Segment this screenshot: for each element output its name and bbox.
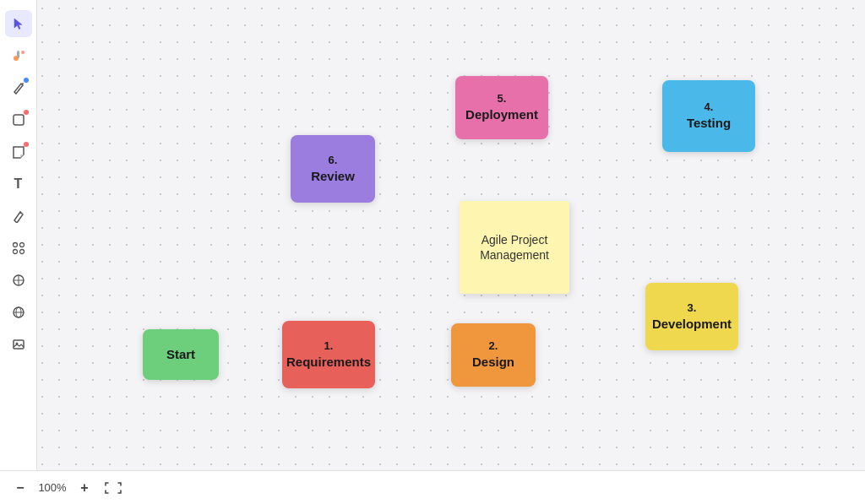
tool-eraser[interactable] bbox=[5, 203, 32, 230]
tool-image[interactable] bbox=[5, 331, 32, 358]
zoom-in-button[interactable]: + bbox=[74, 478, 95, 498]
svg-point-6 bbox=[13, 250, 17, 254]
node-review[interactable]: 6. Review bbox=[291, 135, 375, 203]
tool-paint[interactable] bbox=[5, 42, 32, 69]
node-start[interactable]: Start bbox=[143, 329, 219, 380]
tool-sticky[interactable] bbox=[5, 138, 32, 165]
svg-point-5 bbox=[19, 243, 24, 247]
zoom-out-button[interactable]: − bbox=[10, 478, 30, 498]
node-sticky-agile[interactable]: Agile Project Management bbox=[460, 201, 569, 294]
svg-point-4 bbox=[13, 243, 17, 247]
node-design[interactable]: 2. Design bbox=[451, 323, 536, 387]
fit-view-button[interactable] bbox=[101, 480, 125, 496]
bottom-toolbar: − 100% + bbox=[0, 470, 865, 504]
tool-components[interactable] bbox=[5, 235, 32, 262]
main-canvas[interactable]: Start 1. Requirements 2. Design 3. Devel… bbox=[37, 0, 865, 470]
svg-rect-1 bbox=[17, 51, 19, 58]
node-testing[interactable]: 4. Testing bbox=[662, 80, 755, 152]
zoom-level: 100% bbox=[37, 481, 68, 494]
svg-rect-14 bbox=[14, 340, 24, 349]
tool-globe[interactable] bbox=[5, 299, 32, 326]
node-deployment[interactable]: 5. Deployment bbox=[455, 76, 548, 139]
tool-shape[interactable] bbox=[5, 106, 32, 133]
node-development[interactable]: 3. Development bbox=[645, 283, 738, 350]
svg-rect-3 bbox=[14, 115, 24, 125]
arrows-layer bbox=[37, 0, 291, 127]
tool-pen[interactable] bbox=[5, 74, 32, 101]
tool-select[interactable] bbox=[5, 10, 32, 37]
tool-text[interactable]: T bbox=[5, 171, 32, 198]
left-toolbar: T bbox=[0, 0, 37, 504]
tool-diagram[interactable] bbox=[5, 267, 32, 294]
svg-point-7 bbox=[19, 250, 24, 254]
node-requirements[interactable]: 1. Requirements bbox=[282, 321, 375, 388]
sticky-label: Agile Project Management bbox=[480, 232, 549, 263]
svg-point-2 bbox=[21, 51, 24, 54]
